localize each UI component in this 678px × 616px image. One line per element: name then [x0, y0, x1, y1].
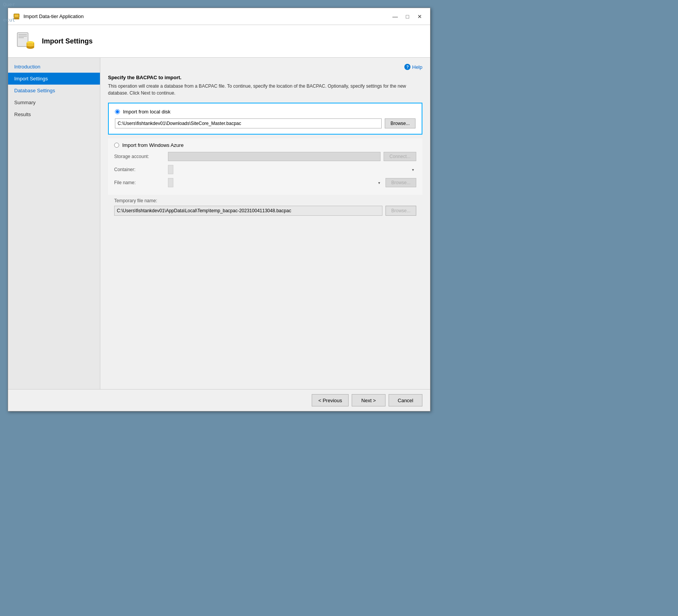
- cancel-button[interactable]: Cancel: [389, 394, 422, 406]
- azure-browse-button: Browse...: [386, 178, 416, 187]
- local-disk-label[interactable]: Import from local disk: [123, 109, 171, 115]
- svg-rect-5: [18, 34, 27, 35]
- sidebar-item-introduction[interactable]: Introduction: [8, 61, 100, 73]
- azure-radio[interactable]: [114, 143, 119, 148]
- footer: < Previous Next > Cancel: [8, 389, 430, 411]
- spacer: [108, 220, 422, 383]
- maximize-button[interactable]: □: [402, 12, 413, 22]
- container-dropdown: [168, 165, 173, 174]
- sidebar: Introduction Import Settings Database Se…: [8, 58, 100, 389]
- description-text: This operation will create a database fr…: [108, 83, 422, 97]
- temp-file-label: Temporary file name:: [114, 198, 416, 203]
- file-name-label: File name:: [114, 180, 168, 185]
- window-controls: — □ ✕: [389, 12, 425, 22]
- temp-file-row: Browse...: [114, 206, 416, 216]
- sidebar-item-results[interactable]: Results: [8, 108, 100, 120]
- window-icon: [13, 13, 20, 20]
- file-name-dropdown: [168, 178, 173, 187]
- temp-browse-button: Browse...: [386, 206, 416, 216]
- minimize-button[interactable]: —: [389, 12, 401, 22]
- azure-radio-row: Import from Windows Azure: [114, 142, 416, 148]
- local-browse-button[interactable]: Browse...: [385, 118, 415, 128]
- svg-rect-7: [18, 37, 24, 38]
- help-link[interactable]: ? Help: [108, 64, 422, 70]
- file-input-row: Browse...: [115, 118, 415, 128]
- local-file-path-input[interactable]: [115, 118, 382, 128]
- temp-file-section: Temporary file name: Browse...: [108, 195, 422, 220]
- svg-rect-6: [18, 36, 27, 37]
- local-disk-radio[interactable]: [115, 109, 120, 114]
- main-content-area: ? Help Specify the BACPAC to import. Thi…: [100, 58, 430, 389]
- header-icon: [16, 31, 36, 51]
- help-label: Help: [412, 64, 422, 70]
- local-disk-option-box: Import from local disk Browse...: [108, 103, 422, 135]
- local-disk-radio-row: Import from local disk: [115, 109, 415, 115]
- azure-section: Import from Windows Azure Storage accoun…: [108, 138, 422, 195]
- main-window: Import Data-tier Application — □ ✕: [8, 8, 430, 411]
- description-title: Specify the BACPAC to import.: [108, 75, 422, 80]
- previous-button[interactable]: < Previous: [312, 394, 349, 406]
- azure-label[interactable]: Import from Windows Azure: [122, 142, 184, 148]
- help-icon: ?: [404, 64, 410, 70]
- storage-account-row: Storage account: Connect...: [114, 152, 416, 161]
- sidebar-item-database-settings[interactable]: Database Settings: [8, 85, 100, 97]
- file-name-row: File name: Browse...: [114, 178, 416, 187]
- storage-account-label: Storage account:: [114, 154, 168, 159]
- header-title: Import Settings: [42, 37, 93, 45]
- header-section: Import Settings: [8, 25, 430, 58]
- svg-point-12: [27, 43, 34, 47]
- sidebar-item-summary[interactable]: Summary: [8, 97, 100, 108]
- close-button[interactable]: ✕: [414, 12, 425, 22]
- container-row: Container:: [114, 165, 416, 174]
- connect-button: Connect...: [384, 152, 416, 161]
- storage-account-input: [168, 152, 381, 161]
- container-label: Container:: [114, 167, 168, 172]
- content-area: Introduction Import Settings Database Se…: [8, 58, 430, 389]
- next-button[interactable]: Next >: [352, 394, 386, 406]
- window-title: Import Data-tier Application: [23, 13, 386, 19]
- svg-rect-1: [15, 15, 18, 17]
- file-name-dropdown-wrapper: [168, 178, 382, 187]
- title-bar: Import Data-tier Application — □ ✕: [8, 8, 430, 25]
- sidebar-item-import-settings[interactable]: Import Settings: [8, 73, 100, 85]
- temp-file-input[interactable]: [114, 206, 382, 216]
- container-dropdown-wrapper: [168, 165, 416, 174]
